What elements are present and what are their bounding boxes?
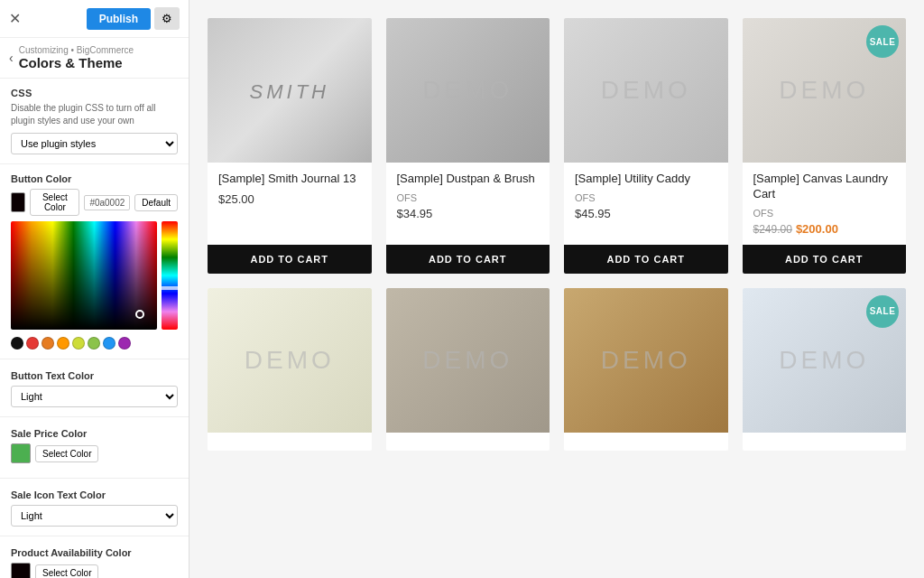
sale-icon-text-color-label: Sale Icon Text Color	[11, 489, 178, 500]
product-image: DEMO	[208, 288, 372, 433]
product-info: [Sample] Dustpan & Brush OFS $34.95	[386, 163, 550, 245]
product-status: OFS	[397, 192, 540, 203]
add-to-cart-button[interactable]: ADD TO CART	[386, 245, 550, 274]
product-status: OFS	[753, 208, 896, 219]
add-to-cart-button[interactable]: ADD TO CART	[564, 245, 728, 274]
product-price: $45.95	[575, 207, 717, 220]
product-info: [Sample] Smith Journal 13 $25.00	[208, 163, 372, 245]
button-color-controls: Select Color #0a0002 Default	[11, 189, 178, 216]
select-color-button[interactable]: Select Color	[30, 189, 79, 216]
product-card: DEMO	[564, 288, 728, 451]
css-desc: Disable the plugin CSS to turn off all p…	[11, 102, 178, 127]
product-image: DEMO	[386, 18, 550, 163]
product-avail-controls: Select Color	[11, 563, 178, 578]
publish-button[interactable]: Publish	[87, 8, 151, 30]
product-avail-btn[interactable]: Select Color	[35, 564, 98, 579]
product-availability-section: Product Availability Color Select Color	[0, 538, 189, 578]
publish-area: Publish ⚙	[87, 7, 180, 30]
color-swatches	[11, 337, 178, 350]
demo-watermark: DEMO	[422, 346, 513, 375]
page-title: Colors & Theme	[19, 55, 134, 70]
product-status: OFS	[575, 192, 717, 203]
sale-badge: SALE	[866, 25, 899, 58]
swatch-red[interactable]	[26, 337, 39, 350]
sale-price-color-label: Sale Price Color	[11, 428, 178, 439]
product-card: DEMO	[386, 288, 550, 451]
close-icon[interactable]: ✕	[9, 10, 21, 27]
sidebar: ✕ Publish ⚙ ‹ Customizing • BigCommerce …	[0, 0, 189, 578]
demo-watermark: smith	[250, 76, 329, 105]
swatch-black[interactable]	[11, 337, 23, 350]
product-card: DEMO [Sample] Dustpan & Brush OFS $34.95…	[386, 18, 550, 274]
price-sale: $200.00	[796, 222, 838, 236]
product-card: smith [Sample] Smith Journal 13 $25.00 A…	[208, 18, 372, 274]
product-name: [Sample] Dustpan & Brush	[397, 172, 540, 187]
swatch-purple[interactable]	[118, 337, 131, 350]
product-info	[386, 433, 550, 451]
product-card: DEMO [Sample] Utility Caddy OFS $45.95 A…	[564, 18, 728, 274]
demo-watermark: DEMO	[601, 76, 691, 105]
sidebar-nav: ‹ Customizing • BigCommerce Colors & The…	[0, 38, 189, 79]
css-style-select[interactable]: Use plugin styles Disable plugin styles	[11, 133, 178, 154]
swatch-blue[interactable]	[103, 337, 116, 350]
demo-watermark: DEMO	[422, 76, 513, 105]
sale-price-select-btn[interactable]: Select Color	[35, 445, 98, 462]
product-name: [Sample] Utility Caddy	[575, 172, 717, 187]
sale-icon-text-select[interactable]: Light Dark	[11, 505, 178, 527]
product-image: DEMO SALE	[743, 288, 907, 433]
product-availability-label: Product Availability Color	[11, 547, 178, 558]
main-content: smith [Sample] Smith Journal 13 $25.00 A…	[189, 0, 924, 578]
product-info	[564, 433, 728, 451]
add-to-cart-button[interactable]: ADD TO CART	[208, 245, 372, 274]
demo-watermark: DEMO	[245, 346, 335, 375]
product-image: DEMO SALE	[743, 18, 907, 163]
button-color-swatch[interactable]	[11, 192, 25, 212]
css-label: CSS	[11, 88, 178, 98]
button-text-color-section: Button Text Color Light Dark	[0, 361, 189, 415]
swatch-amber[interactable]	[57, 337, 69, 350]
gradient-box[interactable]	[11, 221, 157, 330]
price: $25.00	[218, 192, 254, 206]
sale-price-color-section: Sale Price Color Select Color	[0, 419, 189, 476]
product-name: [Sample] Canvas Laundry Cart	[753, 172, 896, 202]
button-text-color-select[interactable]: Light Dark	[11, 386, 178, 407]
hue-indicator	[162, 286, 178, 290]
product-info	[743, 433, 907, 451]
sidebar-header: ✕ Publish ⚙	[0, 0, 189, 38]
price-original: $249.00	[753, 223, 792, 236]
settings-button[interactable]: ⚙	[154, 7, 180, 30]
add-to-cart-button[interactable]: ADD TO CART	[743, 245, 907, 274]
default-button[interactable]: Default	[134, 194, 178, 211]
hex-value: #0a0002	[84, 195, 130, 210]
sale-price-controls: Select Color	[11, 443, 178, 463]
product-avail-swatch[interactable]	[11, 563, 31, 578]
swatch-orange[interactable]	[42, 337, 54, 350]
demo-watermark: DEMO	[779, 346, 869, 375]
sale-icon-text-color-section: Sale Icon Text Color Light Dark	[0, 480, 189, 534]
hue-slider[interactable]	[162, 221, 178, 330]
product-price: $25.00	[218, 192, 361, 206]
button-text-color-label: Button Text Color	[11, 370, 178, 381]
css-section: CSS Disable the plugin CSS to turn off a…	[0, 79, 189, 162]
product-price: $249.00$200.00	[753, 222, 896, 236]
swatch-green[interactable]	[88, 337, 100, 350]
product-image: DEMO	[564, 288, 728, 433]
product-info: [Sample] Canvas Laundry Cart OFS $249.00…	[743, 163, 907, 245]
price: $45.95	[575, 207, 611, 220]
button-color-label: Button Color	[11, 173, 178, 184]
product-price: $34.95	[397, 207, 540, 220]
product-image: smith	[208, 18, 372, 163]
product-info: [Sample] Utility Caddy OFS $45.95	[564, 163, 728, 245]
swatch-lime[interactable]	[72, 337, 85, 350]
product-image: DEMO	[564, 18, 728, 163]
color-gradient[interactable]	[11, 221, 178, 330]
hue-slider-container	[162, 221, 178, 330]
button-color-section: Button Color Select Color #0a0002 Defaul…	[0, 166, 189, 357]
sale-price-swatch[interactable]	[11, 443, 31, 463]
product-card: DEMO SALE [Sample] Canvas Laundry Cart O…	[743, 18, 907, 274]
nav-info: Customizing • BigCommerce Colors & Theme	[19, 45, 134, 70]
product-grid: smith [Sample] Smith Journal 13 $25.00 A…	[208, 18, 906, 451]
back-icon[interactable]: ‹	[9, 51, 14, 65]
demo-watermark: DEMO	[601, 346, 691, 375]
product-card: DEMO	[208, 288, 372, 451]
